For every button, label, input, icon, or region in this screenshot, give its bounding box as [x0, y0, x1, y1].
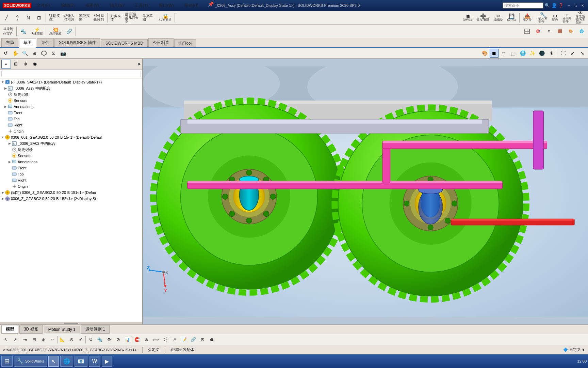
taskbar-browser[interactable]: 🌐	[60, 356, 73, 367]
move-face[interactable]: ↔	[48, 335, 57, 344]
add-relation[interactable]: ⊞	[30, 335, 38, 344]
tree-item-anno[interactable]: ▶ Annotations	[3, 104, 142, 110]
expand-icon[interactable]: ⤢	[568, 49, 577, 58]
expand-panel-btn[interactable]: ▶	[138, 62, 141, 66]
wireframe-icon[interactable]: ◻	[499, 49, 508, 58]
show-hide[interactable]: 显示/隐藏几何关系	[123, 13, 140, 23]
taskbar-word[interactable]: W	[89, 356, 100, 367]
equal-solid[interactable]: 等距实体	[77, 13, 92, 23]
edit-block[interactable]: ✏ 编辑块	[492, 13, 505, 23]
appear-icon[interactable]: 🎨	[480, 49, 489, 58]
taskbar-start[interactable]: ⊞	[1, 356, 13, 367]
sub-mate-expand[interactable]: ▶	[7, 141, 12, 145]
taskbar-mail[interactable]: 📧	[75, 356, 87, 367]
panel-resize-handle[interactable]	[0, 322, 142, 324]
tab-manufacture[interactable]: 今日制造	[148, 38, 174, 47]
save-block[interactable]: 💾 保存块	[505, 13, 518, 23]
title-menu[interactable]: 文件(F) 编辑(E) 视图(V) 插入(N) 工具(T) 窗口(W) 帮助(H…	[34, 1, 215, 10]
section-icon[interactable]: ⧖	[49, 49, 58, 58]
text-ann[interactable]: A	[170, 335, 179, 344]
smart-dim[interactable]: ⇥	[20, 335, 29, 344]
check-geom[interactable]: ✔	[76, 335, 85, 344]
panel-tab-feature[interactable]: ≡	[1, 60, 11, 68]
view-mode[interactable]: 🎯	[533, 26, 543, 36]
tab-solidworks-mbd[interactable]: SOLIDWORKS MBD	[101, 39, 148, 47]
menu-tools[interactable]: 工具(T)	[132, 1, 151, 10]
mass-prop[interactable]: ⊙	[67, 335, 76, 344]
taskbar-solidworks[interactable]: 🔧 SolidWorks	[14, 356, 47, 367]
line-pattern[interactable]: 线性草图阵列	[92, 13, 106, 23]
trim-solid[interactable]: 裁剪实体	[109, 13, 122, 23]
tree-item-front[interactable]: Front	[3, 110, 142, 116]
comp1-expand[interactable]: ▼	[1, 135, 5, 139]
sketch-tool[interactable]: ⊞	[34, 13, 44, 23]
tree-item-component1[interactable]: ▼ 0306_001_GEABG2.0-50-20-B-15<1> (Defau…	[1, 134, 142, 140]
line-tool[interactable]: ╱	[1, 13, 12, 23]
quick-snap[interactable]: 🔒 快速捕捉	[158, 13, 173, 23]
magnet-mate[interactable]: 🧲	[133, 335, 142, 344]
view3d-icon[interactable]	[39, 49, 48, 58]
rotate-icon[interactable]: ↺	[1, 49, 10, 58]
add-remove[interactable]: ➕ 添加/删除	[475, 13, 491, 23]
text-tool[interactable]: N	[23, 13, 33, 23]
shade-icon[interactable]: ◼	[490, 49, 499, 58]
tree-item-history[interactable]: 历史记录	[3, 91, 142, 97]
tab-evaluate[interactable]: 评估	[37, 38, 54, 47]
gear2-expand[interactable]: ▶	[1, 197, 5, 201]
pan-icon[interactable]: ✋	[11, 49, 20, 58]
window-controls[interactable]: ─ □ ✕	[566, 3, 585, 8]
smart-mate[interactable]: 🔗	[64, 26, 74, 36]
tree-item-sub-right[interactable]: Right	[7, 177, 142, 183]
maximize-button[interactable]: □	[573, 3, 578, 8]
tree-item-assy-mate[interactable]: ▶ M _0306_Assy 中的配合	[3, 85, 142, 91]
camera-icon[interactable]: 📷	[59, 49, 67, 58]
search-icon[interactable]: 🔍	[545, 3, 550, 8]
bottom-tab-motion2[interactable]: 运动算例 1	[81, 325, 110, 334]
pattern[interactable]: ⊛	[142, 335, 151, 344]
menu-view[interactable]: 视图(V)	[83, 1, 102, 10]
tree-item-sensors[interactable]: Sensors	[3, 97, 142, 104]
fixed-gear-expand[interactable]: ▶	[1, 190, 5, 195]
hidden-icon[interactable]: ⬚	[509, 49, 518, 58]
menu-edit[interactable]: 编辑(E)	[58, 1, 77, 10]
tab-kytool[interactable]: KYTool	[174, 39, 196, 47]
minimize-button[interactable]: ─	[566, 3, 572, 8]
tree-item-top[interactable]: Top	[3, 116, 142, 122]
scene-icon[interactable]: 🌐	[518, 49, 527, 58]
section-view[interactable]: ⊘	[544, 26, 554, 36]
note[interactable]: 📝	[180, 335, 189, 344]
tree-item-gear2[interactable]: ▶ 0306_Z_GEABG2.0-50-20-B-152<1> (2<Disp…	[1, 196, 142, 202]
tree-item-sub-mate[interactable]: ▶ M _0306_SA02 中的配合	[7, 140, 142, 147]
transform-body[interactable]: 移动实体	[47, 13, 62, 23]
tree-item-right[interactable]: Right	[3, 122, 142, 128]
transform-ref[interactable]: 转换实体引用	[63, 13, 76, 23]
sketch-select[interactable]: ↗	[11, 335, 19, 344]
smart-fastener[interactable]: 🔩	[95, 335, 104, 344]
panel-tab-property[interactable]: ⊞	[11, 60, 20, 68]
insert-component[interactable]: 🔧 插入零部件	[537, 13, 549, 23]
measure[interactable]: 📐	[58, 335, 67, 344]
panel-tab-appear[interactable]: ◉	[30, 60, 39, 68]
show-hidden[interactable]: 👁 显示隐藏的零部件	[574, 13, 587, 23]
tree-search-input[interactable]	[1, 71, 141, 77]
tree-item-fixed-gear[interactable]: ▶ (固定) 0306_Z_GEABG2.0-50-20-B-151<1> (D…	[1, 189, 142, 196]
zoom-icon[interactable]: 🔍	[20, 49, 29, 58]
search-input[interactable]	[503, 2, 543, 9]
menu-window[interactable]: 窗口(W)	[156, 1, 176, 10]
interference[interactable]: ⊗	[104, 335, 113, 344]
assy-mate-expand[interactable]: ▶	[3, 86, 7, 90]
tree-item-sub-history[interactable]: 历史记录	[7, 147, 142, 153]
ambient-icon[interactable]: ☀	[547, 49, 556, 58]
insert-block[interactable]: 📥 插入块	[521, 13, 534, 23]
explode-line[interactable]: ↯	[86, 335, 95, 344]
weld[interactable]: ⊠	[198, 335, 207, 344]
realview-icon[interactable]: ✨	[528, 49, 537, 58]
anno-expand[interactable]: ▶	[3, 105, 7, 109]
bottom-tab-motion1[interactable]: Motion Study 1	[44, 326, 80, 333]
help-icon[interactable]: ❓	[558, 3, 564, 8]
mirror[interactable]: ⟺	[151, 335, 160, 344]
root-expand[interactable]: ▼	[1, 80, 5, 84]
tree-item-sub-top[interactable]: Top	[7, 171, 142, 177]
fullscreen-icon[interactable]: ⛶	[559, 49, 568, 58]
from-block[interactable]: 从块制作零件	[1, 26, 15, 36]
